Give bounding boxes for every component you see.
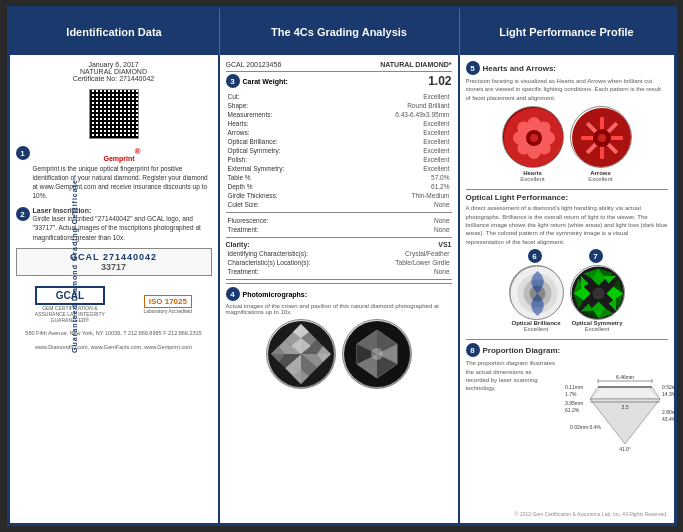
svg-text:2.80mm: 2.80mm <box>662 409 674 415</box>
carat-value: 1.02 <box>428 74 451 88</box>
grade-row: Cut:Excellent <box>226 92 452 101</box>
clarity-detail-row: Identifying Characteristic(s):Crystal/Fe… <box>226 249 452 258</box>
brilliance-circle <box>509 265 564 320</box>
svg-point-65 <box>592 288 604 300</box>
optical-section: Optical Light Performance: A direct asse… <box>466 189 668 335</box>
clarity-detail-row: Characteristic(s) Location(s):Table/Lowe… <box>226 258 452 267</box>
proportion-description: The proportion diagram illustrates the a… <box>466 359 556 393</box>
ha-title-row: 5 Hearts and Arrows: <box>466 61 668 75</box>
report-header: GCAL 200123456 NATURAL DIAMOND* <box>226 61 452 68</box>
gcal-logo-text: GCAL <box>35 286 105 305</box>
proportion-title-row: 8 Proportion Diagram: <box>466 343 668 357</box>
grade-row: Culet Size:None <box>226 200 452 209</box>
section-8-badge: 8 <box>466 343 480 357</box>
grade-row: Hearts:Excellent <box>226 119 452 128</box>
section-7-badge: 7 <box>589 249 603 263</box>
light-performance-column: 5 Hearts and Arrows: Precision faceting … <box>460 55 674 523</box>
iso-box: ISO 17025 Laboratory Accredited <box>144 295 193 314</box>
arrows-grade: Excellent <box>570 176 632 182</box>
section-2-badge: 2 <box>16 207 30 221</box>
laser-inscription-box: GCAL 271440042 33717 <box>16 248 212 276</box>
four-cs-column: GCAL 200123456 NATURAL DIAMOND* 3 Carat … <box>220 55 460 523</box>
fluorescence-row: Treatment:None <box>226 225 452 234</box>
brilliance-grade: Excellent <box>509 326 564 332</box>
laser-section: 2 Laser Inscription: Girdle laser inscri… <box>16 207 212 241</box>
grade-row: Optical Symmetry:Excellent <box>226 146 452 155</box>
content-row: January 6, 2017 NATURAL DIAMOND Certific… <box>10 55 674 523</box>
laser-title: Laser Inscription: <box>33 207 212 214</box>
brilliance-image-wrap: 6 Optical Bri <box>509 249 564 332</box>
pavilion-photo <box>342 319 412 389</box>
grade-row: Arrows:Excellent <box>226 128 452 137</box>
gemprint-logo: Gemprint® <box>33 146 212 164</box>
svg-marker-66 <box>590 387 660 399</box>
proportion-content: The proportion diagram illustrates the a… <box>466 359 668 454</box>
grade-row: Girdle Thickness:Thin-Medium <box>226 191 452 200</box>
identification-column: January 6, 2017 NATURAL DIAMOND Certific… <box>10 55 220 523</box>
iso-text: ISO 17025 <box>144 295 193 308</box>
optical-title-row: Optical Light Performance: <box>466 193 668 202</box>
clarity-details-table: Identifying Characteristic(s):Crystal/Fe… <box>226 249 452 276</box>
svg-text:6.46mm: 6.46mm <box>615 374 633 380</box>
gcal-subtitle: GEM CERTIFICATION & ASSURANCE LAB INTEGR… <box>35 305 105 323</box>
certificate: Guaranteed Diamond Grading Certificate I… <box>7 6 677 526</box>
photomicrographs-section: 4 Photomicrographs: Actual images of the… <box>226 283 452 389</box>
optical-description: A direct assessment of a diamond's light… <box>466 204 668 246</box>
svg-text:14.3%: 14.3% <box>662 391 674 397</box>
hearts-circle <box>502 106 564 168</box>
symmetry-image-wrap: 7 <box>570 249 625 332</box>
grade-row: Measurements:6.43-6.49x3.95mm <box>226 110 452 119</box>
section-6-badge: 6 <box>528 249 542 263</box>
grade-row: External Symmetry:Excellent <box>226 164 452 173</box>
svg-text:61.2%: 61.2% <box>565 407 580 413</box>
proportion-diagram: 6.46mm 3.5 0.11mm 1.7% 3.95mm 61.2% <box>560 359 674 454</box>
section-3-badge: 3 <box>226 74 240 88</box>
svg-text:3.95mm: 3.95mm <box>565 400 583 406</box>
optical-images-row: 6 Optical Bri <box>466 249 668 332</box>
arrows-image-wrap: Arrows Excellent <box>570 106 632 182</box>
proportion-title: Proportion Diagram: <box>483 346 561 355</box>
gemprint-section: 1 Gemprint® Gemprint is the unique optic… <box>16 146 212 200</box>
ha-title: Hearts and Arrows: <box>483 64 557 73</box>
carat-weight-row: 3 Carat Weight: 1.02 <box>226 71 452 90</box>
lab-accredited-label: Laboratory Accredited <box>144 308 193 314</box>
photo-description: Actual images of the crown and pavilion … <box>226 303 452 315</box>
proportion-section: 8 Proportion Diagram: The proportion dia… <box>466 339 668 454</box>
section-4-badge: 4 <box>226 287 240 301</box>
date-cert: January 6, 2017 NATURAL DIAMOND Certific… <box>16 61 212 82</box>
ha-images-row: Hearts Excellent <box>466 106 668 182</box>
svg-text:1.7%: 1.7% <box>565 391 577 397</box>
svg-text:0.11mm: 0.11mm <box>565 384 583 390</box>
clarity-value: VS1 <box>438 241 451 248</box>
svg-text:0.52mm: 0.52mm <box>662 384 674 390</box>
fluorescence-row: Fluorescence:None <box>226 216 452 225</box>
crown-photo <box>266 319 336 389</box>
svg-point-43 <box>598 134 606 142</box>
clarity-label: Clarity: <box>226 241 250 248</box>
hearts-grade: Excellent <box>502 176 564 182</box>
qr-code <box>89 89 139 139</box>
natural-diamond-label: NATURAL DIAMOND* <box>380 61 451 68</box>
ha-description: Precision faceting is visualized as Hear… <box>466 77 668 102</box>
footer-text-1: 580 Fifth Avenue, New York, NY 10036, T … <box>16 330 212 338</box>
grade-row: Polish:Excellent <box>226 155 452 164</box>
header-col3: Light Performance Profile <box>460 9 674 55</box>
svg-point-25 <box>371 348 383 360</box>
grade-row: Table %57.0% <box>226 173 452 182</box>
svg-point-36 <box>530 134 538 142</box>
copyright-text: © 2012 Gem Certification & Assurance Lab… <box>466 511 668 517</box>
section-1-badge: 1 <box>16 146 30 160</box>
svg-text:41.0°: 41.0° <box>619 446 631 452</box>
grade-row: Optical Brilliance:Excellent <box>226 137 452 146</box>
symmetry-circle-img <box>570 265 625 320</box>
svg-text:43.4%: 43.4% <box>662 416 674 422</box>
symmetry-grade: Excellent <box>570 326 625 332</box>
grade-row: Depth %61.2% <box>226 182 452 191</box>
report-number: GCAL 200123456 <box>226 61 282 68</box>
photo-section-title: 4 Photomicrographs: <box>226 287 452 301</box>
footer-text-2: www.DiamondID.com, www.GemFacts.com, www… <box>16 344 212 352</box>
header-row: Identification Data The 4Cs Grading Anal… <box>10 9 674 55</box>
section-5-badge: 5 <box>466 61 480 75</box>
svg-text:0.02mm 0.4%: 0.02mm 0.4% <box>570 424 601 430</box>
header-col1: Identification Data <box>10 9 220 55</box>
